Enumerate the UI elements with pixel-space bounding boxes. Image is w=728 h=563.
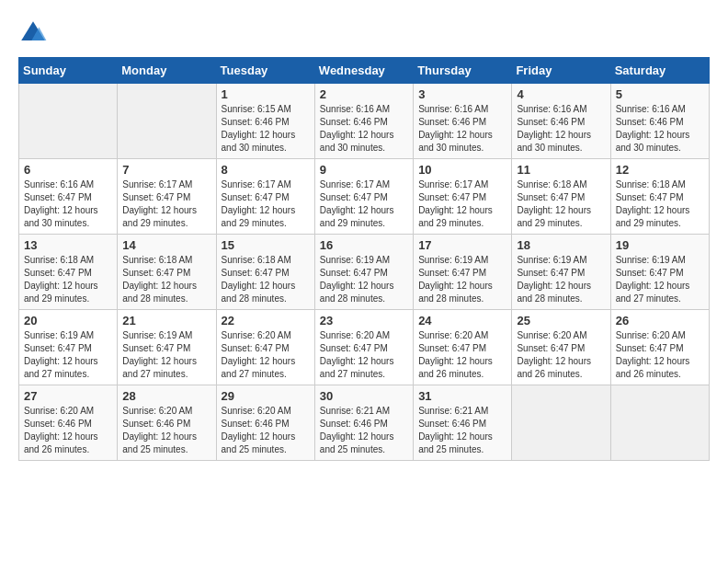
day-number: 31: [418, 389, 506, 403]
calendar-week-row: 27Sunrise: 6:20 AM Sunset: 6:46 PM Dayli…: [19, 385, 710, 461]
day-number: 15: [222, 238, 310, 252]
day-info: Sunrise: 6:16 AM Sunset: 6:47 PM Dayligh…: [24, 178, 112, 230]
calendar-week-row: 20Sunrise: 6:19 AM Sunset: 6:47 PM Dayli…: [19, 310, 710, 385]
day-info: Sunrise: 6:19 AM Sunset: 6:47 PM Dayligh…: [24, 329, 112, 381]
calendar-cell: 7Sunrise: 6:17 AM Sunset: 6:47 PM Daylig…: [118, 159, 216, 235]
page-header: [18, 18, 710, 48]
day-number: 26: [616, 314, 704, 327]
calendar-cell: 23Sunrise: 6:20 AM Sunset: 6:47 PM Dayli…: [314, 310, 413, 385]
calendar-cell: 24Sunrise: 6:20 AM Sunset: 6:47 PM Dayli…: [414, 310, 512, 385]
day-info: Sunrise: 6:20 AM Sunset: 6:46 PM Dayligh…: [222, 405, 310, 456]
day-number: 19: [616, 238, 704, 252]
day-number: 21: [122, 314, 210, 327]
day-number: 5: [616, 87, 704, 101]
day-number: 22: [222, 314, 310, 327]
day-info: Sunrise: 6:17 AM Sunset: 6:47 PM Dayligh…: [418, 178, 506, 230]
day-number: 7: [122, 163, 210, 177]
day-info: Sunrise: 6:17 AM Sunset: 6:47 PM Dayligh…: [222, 178, 310, 230]
calendar-cell: 21Sunrise: 6:19 AM Sunset: 6:47 PM Dayli…: [118, 310, 216, 385]
calendar-cell: 6Sunrise: 6:16 AM Sunset: 6:47 PM Daylig…: [19, 159, 118, 235]
calendar-cell: 28Sunrise: 6:20 AM Sunset: 6:46 PM Dayli…: [118, 385, 216, 461]
day-number: 2: [320, 87, 408, 101]
calendar-week-row: 6Sunrise: 6:16 AM Sunset: 6:47 PM Daylig…: [19, 159, 710, 235]
day-info: Sunrise: 6:19 AM Sunset: 6:47 PM Dayligh…: [320, 254, 408, 305]
day-info: Sunrise: 6:19 AM Sunset: 6:47 PM Dayligh…: [418, 254, 506, 305]
calendar-cell: 29Sunrise: 6:20 AM Sunset: 6:46 PM Dayli…: [216, 385, 314, 461]
calendar-cell: 22Sunrise: 6:20 AM Sunset: 6:47 PM Dayli…: [216, 310, 314, 385]
day-number: 3: [418, 87, 506, 101]
col-header-wednesday: Wednesday: [314, 58, 413, 84]
day-number: 13: [24, 238, 112, 252]
day-info: Sunrise: 6:16 AM Sunset: 6:46 PM Dayligh…: [616, 103, 704, 155]
day-info: Sunrise: 6:16 AM Sunset: 6:46 PM Dayligh…: [517, 103, 605, 155]
col-header-sunday: Sunday: [19, 58, 118, 84]
logo: [18, 18, 51, 48]
day-number: 27: [24, 389, 112, 403]
day-number: 12: [616, 163, 704, 177]
day-number: 16: [320, 238, 408, 252]
col-header-friday: Friday: [512, 58, 610, 84]
day-number: 4: [517, 87, 605, 101]
col-header-tuesday: Tuesday: [216, 58, 314, 84]
day-number: 10: [418, 163, 506, 177]
calendar-cell: [610, 385, 709, 461]
day-number: 28: [122, 389, 210, 403]
day-number: 14: [122, 238, 210, 252]
calendar-cell: [19, 84, 118, 159]
day-info: Sunrise: 6:20 AM Sunset: 6:46 PM Dayligh…: [122, 405, 210, 456]
day-number: 23: [320, 314, 408, 327]
day-number: 29: [222, 389, 310, 403]
calendar-table: SundayMondayTuesdayWednesdayThursdayFrid…: [18, 57, 710, 461]
day-info: Sunrise: 6:20 AM Sunset: 6:47 PM Dayligh…: [418, 329, 506, 381]
calendar-cell: 17Sunrise: 6:19 AM Sunset: 6:47 PM Dayli…: [414, 235, 512, 310]
day-info: Sunrise: 6:20 AM Sunset: 6:47 PM Dayligh…: [320, 329, 408, 381]
day-info: Sunrise: 6:18 AM Sunset: 6:47 PM Dayligh…: [616, 178, 704, 230]
calendar-week-row: 1Sunrise: 6:15 AM Sunset: 6:46 PM Daylig…: [19, 84, 710, 159]
calendar-cell: 5Sunrise: 6:16 AM Sunset: 6:46 PM Daylig…: [610, 84, 709, 159]
calendar-cell: 30Sunrise: 6:21 AM Sunset: 6:46 PM Dayli…: [314, 385, 413, 461]
day-info: Sunrise: 6:20 AM Sunset: 6:47 PM Dayligh…: [517, 329, 605, 381]
day-info: Sunrise: 6:20 AM Sunset: 6:47 PM Dayligh…: [616, 329, 704, 381]
day-info: Sunrise: 6:19 AM Sunset: 6:47 PM Dayligh…: [616, 254, 704, 305]
col-header-saturday: Saturday: [610, 58, 709, 84]
day-info: Sunrise: 6:16 AM Sunset: 6:46 PM Dayligh…: [418, 103, 506, 155]
day-number: 18: [517, 238, 605, 252]
day-number: 9: [320, 163, 408, 177]
calendar-header-row: SundayMondayTuesdayWednesdayThursdayFrid…: [19, 58, 710, 84]
day-info: Sunrise: 6:19 AM Sunset: 6:47 PM Dayligh…: [122, 329, 210, 381]
calendar-cell: 15Sunrise: 6:18 AM Sunset: 6:47 PM Dayli…: [216, 235, 314, 310]
logo-icon: [18, 18, 48, 48]
calendar-cell: 12Sunrise: 6:18 AM Sunset: 6:47 PM Dayli…: [610, 159, 709, 235]
day-info: Sunrise: 6:18 AM Sunset: 6:47 PM Dayligh…: [222, 254, 310, 305]
calendar-cell: 31Sunrise: 6:21 AM Sunset: 6:46 PM Dayli…: [414, 385, 512, 461]
day-info: Sunrise: 6:18 AM Sunset: 6:47 PM Dayligh…: [24, 254, 112, 305]
calendar-cell: 4Sunrise: 6:16 AM Sunset: 6:46 PM Daylig…: [512, 84, 610, 159]
day-info: Sunrise: 6:17 AM Sunset: 6:47 PM Dayligh…: [122, 178, 210, 230]
day-number: 8: [222, 163, 310, 177]
day-info: Sunrise: 6:18 AM Sunset: 6:47 PM Dayligh…: [122, 254, 210, 305]
calendar-cell: 13Sunrise: 6:18 AM Sunset: 6:47 PM Dayli…: [19, 235, 118, 310]
col-header-monday: Monday: [118, 58, 216, 84]
day-number: 11: [517, 163, 605, 177]
day-info: Sunrise: 6:15 AM Sunset: 6:46 PM Dayligh…: [222, 103, 310, 155]
day-number: 17: [418, 238, 506, 252]
calendar-cell: [118, 84, 216, 159]
calendar-cell: 19Sunrise: 6:19 AM Sunset: 6:47 PM Dayli…: [610, 235, 709, 310]
day-info: Sunrise: 6:20 AM Sunset: 6:46 PM Dayligh…: [24, 405, 112, 456]
day-number: 6: [24, 163, 112, 177]
col-header-thursday: Thursday: [414, 58, 512, 84]
day-info: Sunrise: 6:21 AM Sunset: 6:46 PM Dayligh…: [418, 405, 506, 456]
calendar-cell: 18Sunrise: 6:19 AM Sunset: 6:47 PM Dayli…: [512, 235, 610, 310]
calendar-cell: 14Sunrise: 6:18 AM Sunset: 6:47 PM Dayli…: [118, 235, 216, 310]
calendar-cell: 9Sunrise: 6:17 AM Sunset: 6:47 PM Daylig…: [314, 159, 413, 235]
day-info: Sunrise: 6:17 AM Sunset: 6:47 PM Dayligh…: [320, 178, 408, 230]
calendar-cell: 16Sunrise: 6:19 AM Sunset: 6:47 PM Dayli…: [314, 235, 413, 310]
calendar-cell: 10Sunrise: 6:17 AM Sunset: 6:47 PM Dayli…: [414, 159, 512, 235]
calendar-cell: 1Sunrise: 6:15 AM Sunset: 6:46 PM Daylig…: [216, 84, 314, 159]
day-info: Sunrise: 6:21 AM Sunset: 6:46 PM Dayligh…: [320, 405, 408, 456]
calendar-cell: 20Sunrise: 6:19 AM Sunset: 6:47 PM Dayli…: [19, 310, 118, 385]
calendar-cell: 27Sunrise: 6:20 AM Sunset: 6:46 PM Dayli…: [19, 385, 118, 461]
day-number: 25: [517, 314, 605, 327]
calendar-cell: 11Sunrise: 6:18 AM Sunset: 6:47 PM Dayli…: [512, 159, 610, 235]
day-number: 24: [418, 314, 506, 327]
